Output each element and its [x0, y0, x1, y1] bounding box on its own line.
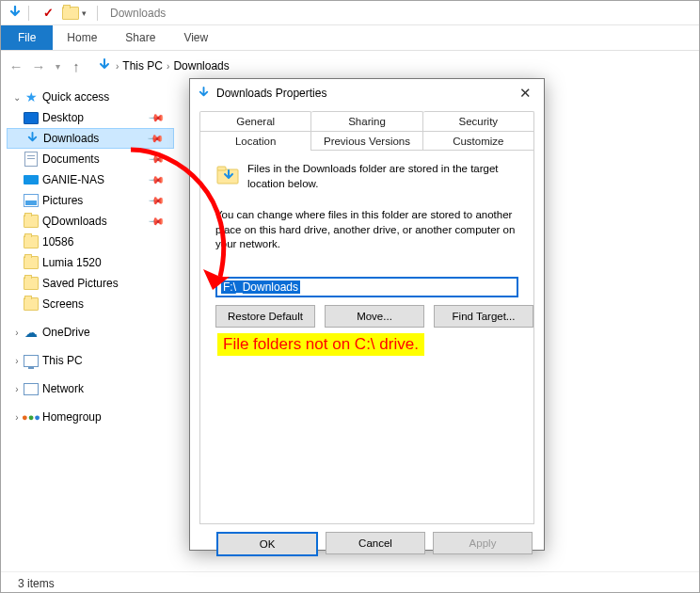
tab-previous-versions[interactable]: Previous Versions	[311, 131, 422, 151]
tree-label: QDownloads	[42, 215, 107, 228]
qat-folder-icon[interactable]	[62, 5, 79, 22]
move-button[interactable]: Move...	[325, 305, 424, 328]
close-icon[interactable]: ✕	[512, 85, 538, 102]
breadcrumb-this-pc[interactable]: This PC	[122, 59, 163, 72]
file-tab[interactable]: File	[1, 25, 53, 50]
tree-item-qdownloads[interactable]: QDownloads 📌	[7, 211, 174, 232]
pin-icon: 📌	[147, 191, 165, 209]
tree-label: OneDrive	[42, 326, 90, 339]
expand-icon[interactable]: ›	[10, 384, 24, 394]
pin-icon: 📌	[147, 170, 165, 188]
tree-quick-access[interactable]: ⌄ ★ Quick access	[7, 87, 174, 107]
dialog-titlebar[interactable]: Downloads Properties ✕	[190, 79, 544, 107]
tree-item-lumia[interactable]: Lumia 1520	[7, 252, 174, 273]
tree-label: Screens	[42, 297, 84, 311]
folder-icon	[24, 276, 39, 291]
nav-up-icon[interactable]: ↑	[65, 55, 88, 77]
desktop-icon	[24, 110, 39, 125]
explorer-window: ✓ ▾ Downloads File Home Share View ← → ▾…	[0, 0, 700, 593]
tree-item-saved-pictures[interactable]: Saved Pictures	[7, 273, 174, 294]
ribbon-tab-share[interactable]: Share	[111, 25, 169, 50]
folder-icon	[24, 234, 39, 249]
expand-icon[interactable]: ⌄	[10, 92, 24, 103]
ok-button[interactable]: OK	[216, 532, 318, 556]
location-icon	[97, 58, 112, 73]
nav-forward-icon: →	[27, 55, 50, 77]
tree-item-downloads[interactable]: Downloads 📌	[7, 128, 174, 149]
location-path-value: F:\_Downloads	[221, 280, 300, 294]
tree-this-pc[interactable]: › This PC	[7, 350, 174, 371]
tree-onedrive[interactable]: › ☁ OneDrive	[7, 322, 174, 343]
tree-item-ganie-nas[interactable]: GANIE-NAS 📌	[7, 169, 174, 190]
chevron-right-icon[interactable]: ›	[116, 61, 119, 72]
network-icon	[24, 381, 39, 396]
properties-dialog: Downloads Properties ✕ General Sharing S…	[189, 78, 545, 551]
chevron-right-icon[interactable]: ›	[167, 61, 169, 72]
qat-properties-icon[interactable]: ✓	[40, 5, 56, 22]
ribbon-tab-view[interactable]: View	[169, 25, 222, 50]
tab-sharing[interactable]: Sharing	[311, 111, 422, 131]
tree-label: Pictures	[42, 194, 83, 207]
breadcrumb-downloads[interactable]: Downloads	[173, 59, 229, 72]
tree-label: Homegroup	[42, 410, 102, 424]
tree-item-10586[interactable]: 10586	[7, 232, 174, 252]
tree-label: Downloads	[43, 132, 99, 145]
tree-label: Documents	[42, 152, 100, 166]
cancel-button[interactable]: Cancel	[326, 532, 425, 554]
window-title: Downloads	[110, 7, 166, 20]
tree-label: Lumia 1520	[42, 256, 102, 269]
tab-general[interactable]: General	[199, 111, 311, 131]
expand-icon[interactable]: ›	[10, 356, 24, 366]
ribbon: File Home Share View	[1, 25, 699, 51]
pin-icon: 📌	[147, 212, 165, 230]
tab-location[interactable]: Location	[199, 131, 311, 151]
qat-download-icon	[7, 5, 24, 22]
location-desc-1: Files in the Downloads folder are stored…	[247, 162, 518, 191]
address-bar[interactable]: › This PC › Downloads	[93, 56, 695, 77]
pin-icon: 📌	[147, 108, 165, 126]
quick-access-toolbar: ✓ ▾ Downloads	[1, 1, 699, 25]
dialog-tabs: General Sharing Security Location Previo…	[199, 111, 534, 524]
expand-icon[interactable]: ›	[10, 328, 24, 338]
tree-network[interactable]: › Network	[7, 378, 174, 399]
tree-item-pictures[interactable]: Pictures 📌	[7, 190, 174, 211]
tree-item-screens[interactable]: Screens	[7, 294, 174, 314]
location-desc-2: You can change where files in this folde…	[215, 208, 518, 252]
dialog-footer: OK Cancel Apply	[190, 524, 544, 564]
folder-icon	[24, 214, 39, 229]
pin-icon: 📌	[146, 129, 164, 147]
homegroup-icon: ●●●	[24, 409, 39, 425]
download-icon	[24, 131, 40, 146]
pictures-icon	[24, 193, 39, 208]
location-path-input[interactable]: F:\_Downloads	[215, 277, 518, 297]
tree-label: GANIE-NAS	[42, 173, 104, 186]
status-text: 3 items	[18, 577, 55, 590]
nav-back-icon[interactable]: ←	[5, 55, 27, 77]
tab-body: Files in the Downloads folder are stored…	[199, 150, 534, 524]
dialog-title: Downloads Properties	[216, 87, 512, 100]
restore-default-button[interactable]: Restore Default	[215, 305, 315, 328]
ribbon-tab-home[interactable]: Home	[53, 25, 111, 50]
nav-history-icon[interactable]: ▾	[50, 55, 65, 77]
tree-label: 10586	[42, 235, 73, 248]
tab-security[interactable]: Security	[423, 111, 534, 131]
tree-item-desktop[interactable]: Desktop 📌	[7, 107, 174, 128]
qat-dropdown-icon[interactable]: ▾	[82, 8, 87, 18]
tree-label: Saved Pictures	[42, 277, 119, 290]
separator	[28, 6, 29, 21]
separator	[97, 6, 98, 21]
download-folder-icon	[215, 162, 242, 188]
find-target-button[interactable]: Find Target...	[434, 305, 533, 328]
apply-button[interactable]: Apply	[433, 532, 533, 554]
tab-customize[interactable]: Customize	[423, 131, 534, 151]
document-icon	[24, 152, 39, 167]
tree-label: Desktop	[42, 111, 84, 124]
tree-label: Network	[42, 382, 84, 395]
onedrive-icon: ☁	[24, 325, 39, 340]
nav-row: ← → ▾ ↑ › This PC › Downloads	[1, 51, 699, 81]
download-icon	[196, 86, 211, 101]
tree-item-documents[interactable]: Documents 📌	[7, 149, 174, 169]
tree-homegroup[interactable]: › ●●● Homegroup	[7, 407, 174, 427]
tree-label: This PC	[42, 354, 83, 367]
pin-icon: 📌	[147, 150, 165, 168]
